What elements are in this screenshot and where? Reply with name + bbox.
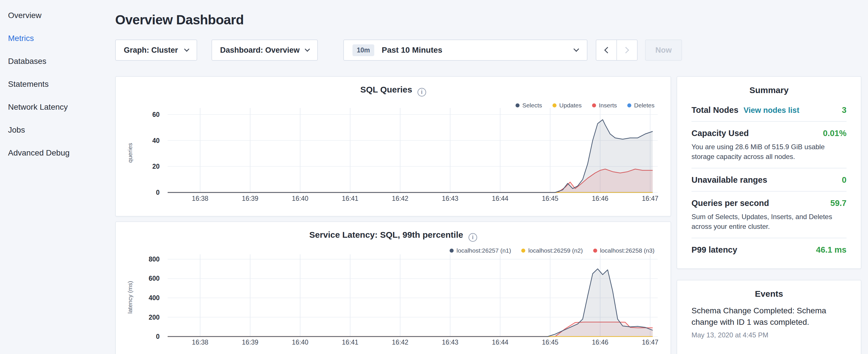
x-tick-label: 16:40	[292, 195, 309, 202]
sidebar: Overview Metrics Databases Statements Ne…	[0, 0, 107, 354]
x-tick-label: 16:38	[192, 339, 209, 345]
events-card: Events Schema Change Completed: Schema c…	[677, 280, 861, 354]
dashboard-dropdown-label: Dashboard: Overview	[220, 46, 300, 55]
total-nodes-label: Total Nodes	[691, 105, 739, 115]
summary-row-capacity-used: Capacity Used 0.01% You are using 28.6 M…	[691, 122, 846, 168]
chart-header: SQL Queries i	[116, 77, 671, 97]
chart-title: Service Latency: SQL, 99th percentile	[309, 230, 463, 239]
sidebar-item-overview[interactable]: Overview	[0, 4, 107, 27]
x-tick-label: 16:45	[542, 195, 559, 202]
time-prev-button[interactable]	[596, 39, 617, 61]
y-tick-label: 20	[152, 163, 160, 170]
capacity-used-value: 0.01%	[823, 129, 846, 138]
time-next-button[interactable]	[616, 39, 638, 61]
info-icon[interactable]: i	[468, 233, 477, 242]
x-tick-label: 16:46	[592, 195, 609, 202]
capacity-used-description: You are using 28.6 MiB of 515.9 GiB usab…	[691, 142, 846, 162]
x-tick-label: 16:43	[442, 195, 459, 202]
x-tick-label: 16:44	[492, 339, 509, 345]
legend-label: localhost:26258 (n3)	[600, 247, 654, 254]
x-tick-label: 16:47	[642, 195, 658, 202]
summary-row-total-nodes: Total Nodes View nodes list 3	[691, 99, 846, 122]
y-tick-label: 600	[149, 275, 160, 282]
event-item[interactable]: Schema Change Completed: Schema change w…	[691, 305, 846, 339]
chevron-left-icon	[604, 47, 611, 54]
sidebar-item-jobs[interactable]: Jobs	[0, 119, 107, 141]
legend-item[interactable]: Deletes	[627, 102, 654, 109]
sidebar-item-advanced-debug[interactable]: Advanced Debug	[0, 141, 107, 164]
sidebar-item-network-latency[interactable]: Network Latency	[0, 96, 107, 119]
sidebar-item-databases[interactable]: Databases	[0, 50, 107, 73]
charts-column: SQL Queries i SelectsUpdatesInsertsDelet…	[115, 76, 671, 354]
chart-legend: SelectsUpdatesInsertsDeletes	[516, 102, 654, 109]
x-tick-label: 16:42	[392, 339, 409, 345]
chevron-down-icon	[574, 46, 579, 52]
legend-label: localhost:26259 (n2)	[528, 247, 583, 254]
summary-row-queries-per-second: Queries per second 59.7 Sum of Selects, …	[691, 192, 846, 238]
legend-dot-icon	[516, 103, 520, 107]
graph-dropdown-label: Graph: Cluster	[124, 46, 178, 55]
legend-item[interactable]: Inserts	[592, 102, 617, 109]
p99-latency-value: 46.1 ms	[816, 245, 846, 255]
right-column: Summary Total Nodes View nodes list 3 Ca…	[677, 76, 861, 354]
event-text: Schema Change Completed: Schema change w…	[691, 305, 846, 327]
legend-label: Deletes	[634, 102, 654, 109]
chart-title: SQL Queries	[360, 85, 412, 94]
info-icon[interactable]: i	[417, 88, 426, 97]
event-date: May 13, 2020 at 4:45 PM	[691, 331, 846, 339]
now-button[interactable]: Now	[645, 39, 682, 61]
summary-title: Summary	[691, 77, 846, 99]
p99-latency-label: P99 latency	[691, 245, 737, 255]
x-tick-label: 16:45	[542, 339, 559, 345]
x-tick-label: 16:46	[592, 339, 609, 345]
time-range-label: Past 10 Minutes	[382, 45, 442, 55]
y-tick-label: 40	[152, 137, 160, 144]
legend-label: Updates	[559, 102, 582, 109]
legend-item[interactable]: Selects	[516, 102, 542, 109]
series-line	[168, 120, 653, 192]
x-tick-label: 16:39	[242, 339, 258, 345]
x-tick-label: 16:39	[242, 195, 258, 202]
legend-item[interactable]: Updates	[553, 102, 582, 109]
main-content: Overview Dashboard Graph: Cluster Dashbo…	[107, 0, 868, 354]
summary-row-unavailable-ranges: Unavailable ranges 0	[691, 168, 846, 192]
summary-row-p99-latency: P99 latency 46.1 ms	[691, 238, 846, 261]
app-root: Overview Metrics Databases Statements Ne…	[0, 0, 868, 354]
controls-bar: Graph: Cluster Dashboard: Overview 10m P…	[115, 39, 862, 61]
x-tick-label: 16:38	[192, 195, 209, 202]
content-grid: SQL Queries i SelectsUpdatesInsertsDelet…	[115, 76, 862, 354]
legend-dot-icon	[450, 249, 454, 253]
chevron-down-icon	[305, 46, 310, 52]
x-tick-label: 16:41	[342, 339, 359, 345]
legend-dot-icon	[521, 249, 525, 253]
time-range-badge: 10m	[352, 44, 374, 56]
time-range-dropdown[interactable]: 10m Past 10 Minutes	[343, 39, 587, 61]
service-latency-chart-card: Service Latency: SQL, 99th percentile i …	[115, 221, 671, 354]
sidebar-item-statements[interactable]: Statements	[0, 73, 107, 96]
y-tick-label: 800	[149, 255, 160, 263]
x-tick-label: 16:41	[342, 195, 359, 202]
queries-per-second-description: Sum of Selects, Updates, Inserts, and De…	[691, 212, 846, 231]
legend-dot-icon	[592, 103, 596, 107]
chart-header: Service Latency: SQL, 99th percentile i	[116, 222, 671, 242]
x-tick-label: 16:43	[442, 339, 459, 345]
legend-item[interactable]: localhost:26258 (n3)	[593, 247, 654, 254]
y-tick-label: 60	[152, 111, 160, 118]
legend-label: Selects	[522, 102, 542, 109]
x-tick-label: 16:44	[492, 195, 509, 202]
legend-item[interactable]: localhost:26259 (n2)	[521, 247, 583, 254]
sql-queries-chart-card: SQL Queries i SelectsUpdatesInsertsDelet…	[115, 76, 671, 217]
graph-dropdown[interactable]: Graph: Cluster	[115, 39, 197, 61]
chevron-right-icon	[623, 47, 629, 54]
page-title: Overview Dashboard	[115, 12, 862, 28]
sidebar-item-metrics[interactable]: Metrics	[0, 27, 107, 50]
legend-item[interactable]: localhost:26257 (n1)	[450, 247, 511, 254]
chevron-down-icon	[184, 46, 189, 52]
series-area	[168, 120, 653, 192]
y-tick-label: 200	[149, 314, 160, 321]
legend-dot-icon	[593, 249, 597, 253]
y-tick-label: 0	[156, 333, 160, 340]
unavailable-ranges-value: 0	[842, 175, 846, 185]
dashboard-dropdown[interactable]: Dashboard: Overview	[212, 39, 318, 61]
view-nodes-link[interactable]: View nodes list	[744, 106, 800, 115]
